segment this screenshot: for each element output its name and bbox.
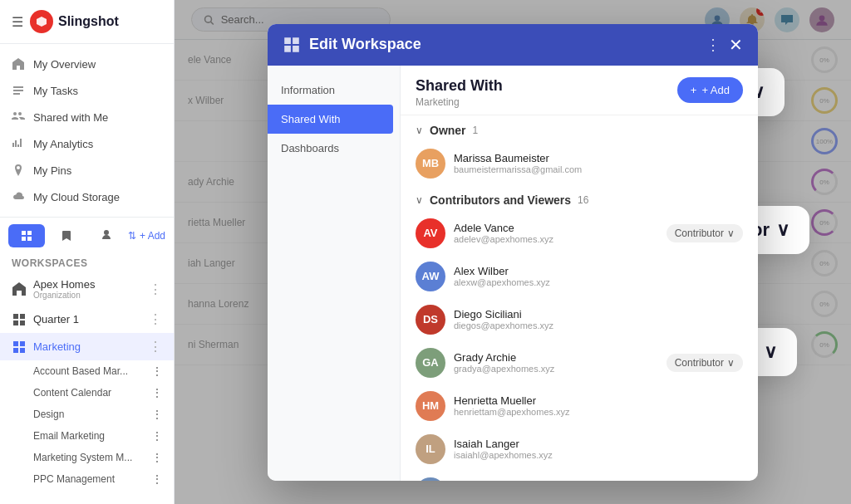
workspace-quarter1[interactable]: Quarter 1 ⋮ [0, 306, 174, 333]
workspace-marketing[interactable]: Marketing ⋮ [0, 333, 174, 360]
sub-item-content-menu[interactable]: ⋮ [152, 387, 162, 399]
sidebar-item-shared-label: Shared with Me [33, 111, 108, 124]
tab-shared-members[interactable] [88, 224, 125, 247]
member-marissa: MB Marissa Baumeister baumeistermarissa@… [401, 142, 758, 185]
contributors-chevron: ∨ [416, 194, 423, 206]
alex-email: alexw@apexhomes.xyz [454, 277, 743, 287]
sub-item-email[interactable]: Email Marketing ⋮ [0, 425, 174, 447]
workspaces-title: Workspaces [12, 257, 87, 269]
sub-item-design[interactable]: Design ⋮ [0, 404, 174, 425]
modal-tab-shared-with[interactable]: Shared With [268, 105, 393, 134]
workspace-q1-name: Quarter 1 [33, 313, 145, 325]
grady-role-chevron: ∨ [727, 357, 735, 369]
modal-tab-dashboards[interactable]: Dashboards [268, 134, 400, 163]
modal-sidebar: Information Shared With Dashboards [268, 66, 401, 481]
member-diego: DS Diego Siciliani diegos@apexhomes.xyz [401, 298, 758, 341]
modal-title: Edit Workspace [309, 36, 421, 53]
grady-email: gradya@apexhomes.xyz [454, 364, 658, 374]
sort-icon: ⇅ [128, 230, 136, 242]
grady-role-label: Contributor [675, 357, 724, 369]
sub-item-marketing-system-menu[interactable]: ⋮ [152, 452, 162, 463]
hamburger-icon[interactable]: ☰ [12, 14, 23, 30]
grady-name: Grady Archie [454, 351, 658, 364]
shared-with-title: Shared With [416, 77, 503, 95]
isaiah-avatar: IL [416, 434, 445, 464]
sub-item-content[interactable]: Content Calendar ⋮ [0, 382, 174, 404]
sidebar-item-shared[interactable]: Shared with Me [0, 104, 174, 130]
sub-item-marketing-system[interactable]: Marketing System M... ⋮ [0, 447, 174, 468]
modal-tab-information[interactable]: Information [268, 76, 400, 105]
johanna-avatar: JL [416, 477, 445, 481]
modal-header: Edit Workspace ⋮ ✕ [268, 24, 758, 66]
workspace-apex-menu-icon[interactable]: ⋮ [149, 281, 162, 297]
diego-email: diegos@apexhomes.xyz [454, 321, 743, 330]
diego-name: Diego Siciliani [454, 308, 743, 321]
tab-workspaces[interactable] [8, 224, 45, 247]
add-label: + Add [140, 230, 165, 242]
sidebar: ☰ Slingshot My Overview My Tasks Shared … [0, 0, 175, 504]
adele-name: Adele Vance [454, 222, 658, 234]
modal-main-content: Shared With Marketing + + Add ∨ Owner 1 [401, 66, 758, 481]
main-content: 3 ele Vance 0/1 0% x Wilber 0/2 0% 100% [175, 0, 851, 504]
marissa-avatar: MB [416, 149, 445, 179]
sidebar-item-cloud-label: My Cloud Storage [33, 191, 120, 203]
marissa-name: Marissa Baumeister [454, 152, 743, 164]
contributors-count: 16 [578, 194, 588, 206]
sidebar-item-overview[interactable]: My Overview [0, 51, 174, 77]
sidebar-item-cloud[interactable]: My Cloud Storage [0, 183, 174, 210]
shared-with-sub: Marketing [416, 96, 503, 108]
sidebar-item-tasks[interactable]: My Tasks [0, 77, 174, 104]
sub-item-ppc[interactable]: PPC Management ⋮ [0, 468, 174, 490]
workspace-q1-menu-icon[interactable]: ⋮ [149, 311, 162, 327]
sidebar-item-tasks-label: My Tasks [33, 85, 78, 97]
sidebar-item-analytics[interactable]: My Analytics [0, 130, 174, 157]
sidebar-item-analytics-label: My Analytics [33, 138, 93, 150]
tab-bookmarks[interactable] [48, 224, 85, 247]
modal-body: Information Shared With Dashboards Share… [268, 66, 758, 481]
alex-name: Alex Wilber [454, 265, 743, 277]
owner-section-header[interactable]: ∨ Owner 1 [401, 115, 758, 142]
modal-more-icon[interactable]: ⋮ [706, 36, 721, 54]
owner-section-title: Owner [430, 124, 466, 137]
modal-content-header: Shared With Marketing + + Add [401, 66, 758, 115]
henrietta-email: henriettam@apexhomes.xyz [454, 407, 743, 417]
member-alex: AW Alex Wilber alexw@apexhomes.xyz [401, 255, 758, 298]
add-member-button[interactable]: + + Add [677, 77, 743, 103]
adele-role-label: Contributor [675, 228, 724, 239]
sidebar-item-pins[interactable]: My Pins [0, 157, 174, 183]
sub-item-email-menu[interactable]: ⋮ [152, 430, 162, 442]
sub-item-design-menu[interactable]: ⋮ [152, 409, 162, 420]
contributor-chevron-icon: ∨ [776, 219, 790, 241]
workspace-marketing-menu-icon[interactable]: ⋮ [149, 339, 162, 355]
member-grady: GA Grady Archie gradya@apexhomes.xyz Con… [401, 341, 758, 384]
plus-icon: + [691, 84, 697, 96]
workspace-apex-sub: Organization [33, 291, 145, 300]
viewer-chevron-icon: ∨ [764, 341, 777, 363]
app-logo: Slingshot [30, 10, 119, 33]
member-henrietta: HM Henrietta Mueller henriettam@apexhome… [401, 384, 758, 428]
svg-rect-2 [13, 93, 20, 95]
adele-role-dropdown[interactable]: Contributor ∨ [667, 224, 743, 242]
sub-item-account[interactable]: Account Based Mar... ⋮ [0, 360, 174, 382]
modal-overlay[interactable]: Owner ∨ Contributor ∨ Viewer ∨ Edit Work… [175, 0, 851, 504]
adele-email: adelev@apexhomes.xyz [454, 234, 658, 244]
member-johanna: JL Johanna Lorenz johannal@apexhomes.xyz… [401, 471, 758, 481]
workspace-apex-homes[interactable]: Apex Homes Organization ⋮ [0, 272, 174, 306]
adele-role-chevron: ∨ [727, 228, 735, 239]
alex-avatar: AW [416, 262, 445, 291]
contributors-section-header[interactable]: ∨ Contributors and Viewers 16 [401, 185, 758, 212]
sub-item-ppc-menu[interactable]: ⋮ [152, 473, 162, 485]
henrietta-name: Henrietta Mueller [454, 394, 743, 407]
diego-avatar: DS [416, 305, 445, 335]
edit-workspace-modal: Edit Workspace ⋮ ✕ Information Shared Wi… [268, 24, 758, 481]
workspace-apex-name: Apex Homes [33, 278, 145, 291]
adele-avatar: AV [416, 218, 445, 248]
isaiah-name: Isaiah Langer [454, 438, 743, 450]
sidebar-tabs: ⇅ + Add [0, 217, 174, 254]
add-workspace-button[interactable]: ⇅ + Add [128, 230, 165, 242]
svg-rect-1 [13, 90, 23, 91]
modal-close-button[interactable]: ✕ [729, 37, 743, 53]
app-name: Slingshot [58, 14, 119, 29]
grady-role-dropdown[interactable]: Contributor ∨ [667, 354, 743, 372]
sub-item-account-menu[interactable]: ⋮ [152, 365, 162, 377]
